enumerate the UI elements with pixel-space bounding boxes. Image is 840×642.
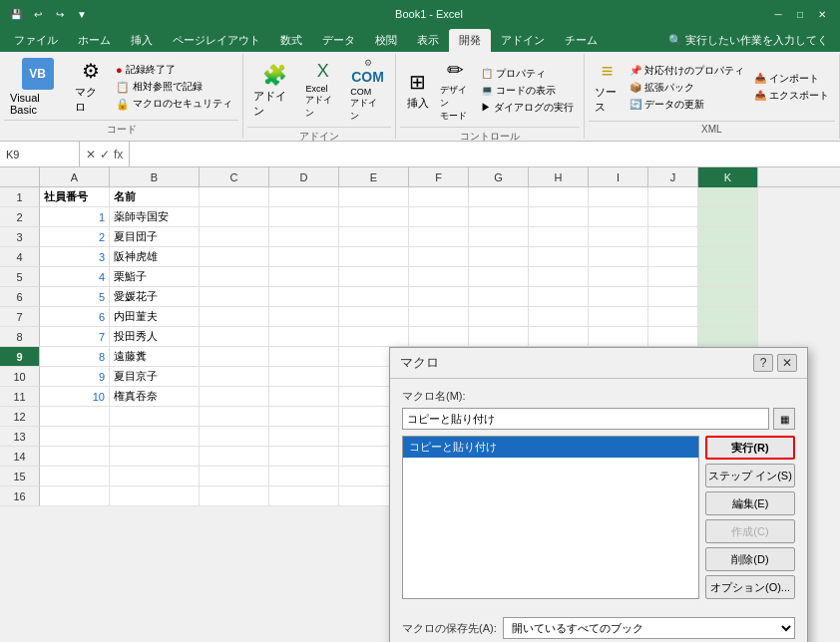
macro-name-label: マクロ名(M): <box>402 389 795 404</box>
run-macro-btn[interactable]: 実行(R) <box>705 436 795 460</box>
titlebar: 💾 ↩ ↪ ▼ Book1 - Excel ─ □ ✕ <box>0 0 840 28</box>
cell-reference[interactable]: K9 <box>0 142 80 166</box>
macro-btn[interactable]: ⚙ マクロ <box>71 57 110 117</box>
tab-view[interactable]: 表示 <box>407 29 449 52</box>
tab-data[interactable]: データ <box>312 29 365 52</box>
undo-icon[interactable]: ↩ <box>30 6 46 22</box>
excel-addin-btn[interactable]: X Excelアドイン <box>301 59 344 122</box>
tab-home[interactable]: ホーム <box>68 29 121 52</box>
ribbon-tabs: ファイル ホーム 挿入 ページレイアウト 数式 データ 校閲 表示 開発 アドイ… <box>0 28 840 52</box>
design-mode-btn[interactable]: ✏ デザインモード <box>436 56 475 125</box>
save-target-select[interactable]: 開いているすべてのブック <box>503 617 795 639</box>
xml-source-btn[interactable]: ≡ ソース <box>591 58 625 117</box>
formula-icons: ✕ ✓ fx <box>80 142 130 166</box>
modal-help-btn[interactable]: ? <box>753 354 773 372</box>
modal-close-btn[interactable]: ✕ <box>777 354 797 372</box>
modal-overlay: マクロ ? ✕ マクロ名(M): ▦ コピーと貼り付け <box>0 167 840 642</box>
addin-btn[interactable]: 🧩 アドイン <box>249 61 299 121</box>
macro-list-item[interactable]: コピーと貼り付け <box>403 437 698 458</box>
expand-pack-btn[interactable]: 📦 拡張パック <box>626 80 748 96</box>
modal-controls: ? ✕ <box>753 354 797 372</box>
macro-list-container: コピーと貼り付け 実行(R) ステップ イン(S) 編集(E) 作成(C) 削除… <box>402 436 795 599</box>
export-btn[interactable]: 📤 エクスポート <box>750 88 833 104</box>
save-icon[interactable]: 💾 <box>8 6 24 22</box>
tab-team[interactable]: チーム <box>555 29 608 52</box>
tab-insert[interactable]: 挿入 <box>121 29 163 52</box>
macro-list-wrapper: コピーと貼り付け <box>402 436 699 599</box>
ribbon-group-control-content: ⊞ 挿入 ✏ デザインモード 📋 プロパティ 💻 コードの表示 ▶ ダイアログの… <box>400 56 580 125</box>
macro-dialog: マクロ ? ✕ マクロ名(M): ▦ コピーと貼り付け <box>389 347 808 642</box>
insert-function-icon[interactable]: fx <box>114 148 123 161</box>
visual-basic-btn[interactable]: VB Visual Basic <box>6 56 69 118</box>
ribbon-group-code-content: VB Visual Basic ⚙ マクロ ● 記録終了了 📋 相対参照で記録 … <box>4 56 238 118</box>
macro-security-btn[interactable]: 🔒 マクロのセキュリティ <box>112 96 236 112</box>
ribbon-group-xml-label: XML <box>589 121 835 137</box>
view-code-btn[interactable]: 💻 コードの表示 <box>477 83 578 99</box>
com-addin-btn[interactable]: ⚙ COM COMアドイン <box>346 56 389 125</box>
tab-developer[interactable]: 開発 <box>449 29 491 52</box>
ribbon-control-col: 📋 プロパティ 💻 コードの表示 ▶ ダイアログの実行 <box>477 66 578 116</box>
customize-icon[interactable]: ▼ <box>74 6 90 22</box>
tab-file[interactable]: ファイル <box>4 29 68 52</box>
ribbon-group-control: ⊞ 挿入 ✏ デザインモード 📋 プロパティ 💻 コードの表示 ▶ ダイアログの… <box>396 54 585 139</box>
modal-titlebar: マクロ ? ✕ <box>390 348 807 379</box>
redo-icon[interactable]: ↪ <box>52 6 68 22</box>
relative-ref-btn[interactable]: 📋 相対参照で記録 <box>112 79 236 95</box>
ribbon-search[interactable]: 🔍 実行したい作業を入力してく <box>660 29 836 52</box>
main-area: A B C D E F G H I J K 1 社員番号 名前 <box>0 167 840 642</box>
ribbon-code-col: ● 記録終了了 📋 相対参照で記録 🔒 マクロのセキュリティ <box>112 62 236 112</box>
options-macro-btn[interactable]: オプション(O)... <box>705 575 795 599</box>
refresh-data-btn[interactable]: 🔄 データの更新 <box>626 97 748 113</box>
window-controls: ─ □ ✕ <box>768 4 832 24</box>
ribbon-xml-col2: 📥 インポート 📤 エクスポート <box>750 71 833 104</box>
ribbon-group-addin-content: 🧩 アドイン X Excelアドイン ⚙ COM COMアドイン <box>247 56 391 125</box>
modal-title: マクロ <box>400 354 439 372</box>
step-in-btn[interactable]: ステップ イン(S) <box>705 464 795 487</box>
macro-list[interactable]: コピーと貼り付け <box>402 436 699 599</box>
modal-footer: マクロの保存先(A): 開いているすべてのブック 説明 選択した範囲を他の場所に… <box>390 617 807 642</box>
tab-addin[interactable]: アドイン <box>491 29 555 52</box>
properties-btn[interactable]: 📋 プロパティ <box>477 66 578 82</box>
modal-body: マクロ名(M): ▦ コピーと貼り付け 実行(R) ステップ イン(S) 編集(… <box>390 379 807 617</box>
ribbon-group-control-label: コントロール <box>400 127 580 146</box>
close-btn[interactable]: ✕ <box>812 4 832 24</box>
tab-formula[interactable]: 数式 <box>270 29 312 52</box>
minimize-btn[interactable]: ─ <box>768 4 788 24</box>
titlebar-quick-access: 💾 ↩ ↪ ▼ <box>8 6 90 22</box>
macro-name-input[interactable] <box>402 408 769 430</box>
macro-buttons: 実行(R) ステップ イン(S) 編集(E) 作成(C) 削除(D) オプション… <box>705 436 795 599</box>
mapping-properties-btn[interactable]: 📌 対応付けのプロパティ <box>626 63 748 79</box>
window-title: Book1 - Excel <box>90 8 768 20</box>
macro-name-row: ▦ <box>402 408 795 430</box>
ribbon: VB Visual Basic ⚙ マクロ ● 記録終了了 📋 相対参照で記録 … <box>0 52 840 142</box>
import-btn[interactable]: 📥 インポート <box>750 71 833 87</box>
maximize-btn[interactable]: □ <box>790 4 810 24</box>
create-macro-btn[interactable]: 作成(C) <box>705 519 795 543</box>
save-target-row: マクロの保存先(A): 開いているすべてのブック <box>402 617 795 639</box>
tab-page-layout[interactable]: ページレイアウト <box>163 29 270 52</box>
save-target-label: マクロの保存先(A): <box>402 621 497 636</box>
ribbon-group-addin: 🧩 アドイン X Excelアドイン ⚙ COM COMアドイン アドイン <box>243 54 396 139</box>
record-macro-btn[interactable]: ● 記録終了了 <box>112 62 236 78</box>
ribbon-group-addin-label: アドイン <box>247 127 391 146</box>
tab-review[interactable]: 校閲 <box>365 29 407 52</box>
edit-macro-btn[interactable]: 編集(E) <box>705 491 795 515</box>
delete-macro-btn[interactable]: 削除(D) <box>705 547 795 571</box>
ribbon-group-xml: ≡ ソース 📌 対応付けのプロパティ 📦 拡張パック 🔄 データの更新 📥 イン… <box>585 54 840 139</box>
insert-control-btn[interactable]: ⊞ 挿入 <box>402 68 434 113</box>
run-dialog-btn[interactable]: ▶ ダイアログの実行 <box>477 100 578 116</box>
ribbon-xml-col1: 📌 対応付けのプロパティ 📦 拡張パック 🔄 データの更新 <box>626 63 748 113</box>
ribbon-group-code: VB Visual Basic ⚙ マクロ ● 記録終了了 📋 相対参照で記録 … <box>0 54 243 139</box>
macro-name-browse-btn[interactable]: ▦ <box>773 408 795 430</box>
confirm-formula-icon[interactable]: ✓ <box>100 148 110 161</box>
cancel-formula-icon[interactable]: ✕ <box>86 148 96 161</box>
ribbon-group-code-label: コード <box>4 120 238 139</box>
ribbon-group-xml-content: ≡ ソース 📌 対応付けのプロパティ 📦 拡張パック 🔄 データの更新 📥 イン… <box>589 56 835 119</box>
